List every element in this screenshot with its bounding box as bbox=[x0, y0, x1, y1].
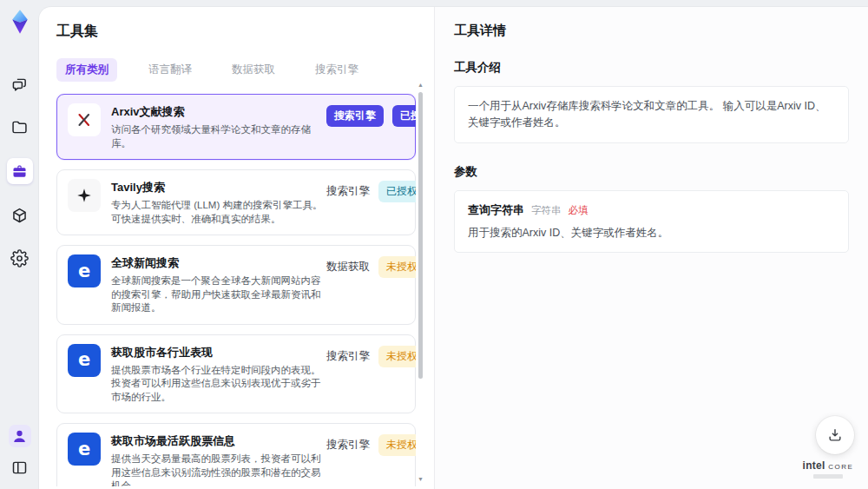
category-label: 搜索引擎 bbox=[326, 434, 370, 456]
tool-card-arxiv[interactable]: Arxiv文献搜索 访问各个研究领域大量科学论文和文章的存储库。 搜索引擎 已授… bbox=[56, 94, 416, 160]
params-heading: 参数 bbox=[454, 164, 849, 180]
status-badge: 未授权 bbox=[378, 346, 416, 367]
tab-data-fetch[interactable]: 数据获取 bbox=[223, 58, 284, 82]
user-icon[interactable] bbox=[9, 425, 31, 447]
nav-rail bbox=[0, 0, 39, 489]
nav-rail-items bbox=[7, 73, 33, 269]
tool-title: Tavily搜索 bbox=[111, 180, 326, 195]
tools-briefcase-icon[interactable] bbox=[7, 158, 33, 184]
category-badge: 搜索引擎 bbox=[326, 105, 384, 127]
folder-icon[interactable] bbox=[9, 116, 31, 138]
news-e-icon: e bbox=[68, 433, 101, 466]
tab-translation[interactable]: 语言翻译 bbox=[140, 58, 201, 82]
app-root: 工具集 所有类别 语言翻译 数据获取 搜索引擎 bbox=[0, 0, 868, 489]
chat-icon[interactable] bbox=[9, 73, 31, 96]
param-type: 字符串 bbox=[531, 204, 562, 217]
intro-text-box: 一个用于从Arxiv存储库搜索科学论文和文章的工具。 输入可以是Arxiv ID… bbox=[454, 86, 849, 143]
scrollbar-thumb[interactable] bbox=[418, 92, 423, 379]
nav-rail-bottom bbox=[9, 425, 31, 479]
details-title: 工具详情 bbox=[454, 23, 849, 39]
tool-desc: 全球新闻搜索是一个聚合全球各大新闻网站内容的搜索引擎，帮助用户快速获取全球最新资… bbox=[111, 274, 326, 315]
brand-intel-text: intel bbox=[803, 459, 825, 472]
scroll-up-icon[interactable]: ▲ bbox=[418, 82, 424, 88]
status-badge: 已授权 bbox=[378, 181, 416, 202]
category-label: 搜索引擎 bbox=[326, 181, 370, 202]
news-e-icon: e bbox=[68, 344, 101, 377]
tool-card-global-news[interactable]: e 全球新闻搜索 全球新闻搜索是一个聚合全球各大新闻网站内容的搜索引擎，帮助用户… bbox=[56, 245, 416, 325]
tool-card-tavily[interactable]: Tavily搜索 专为人工智能代理 (LLM) 构建的搜索引擎工具。可快速提供实… bbox=[56, 169, 416, 235]
sparkle-star-icon bbox=[68, 179, 101, 212]
tool-desc: 专为人工智能代理 (LLM) 构建的搜索引擎工具。可快速提供实时、准确和真实的结… bbox=[111, 199, 326, 226]
download-icon bbox=[826, 426, 844, 444]
page-title: 工具集 bbox=[56, 23, 434, 41]
tool-title: 获取股市各行业表现 bbox=[111, 345, 326, 360]
brand-subtext-bar bbox=[813, 474, 843, 479]
list-scrollbar[interactable]: ▲ ▼ bbox=[418, 82, 424, 482]
app-logo-icon bbox=[7, 9, 33, 35]
param-box: 查询字符串 字符串 必填 用于搜索的Arxiv ID、关键字或作者姓名。 bbox=[454, 190, 849, 253]
category-label: 数据获取 bbox=[326, 256, 370, 278]
intro-text: 一个用于从Arxiv存储库搜索科学论文和文章的工具。 输入可以是Arxiv ID… bbox=[468, 100, 826, 129]
intro-heading: 工具介绍 bbox=[454, 60, 849, 76]
cube-icon[interactable] bbox=[9, 204, 31, 227]
arxiv-x-icon bbox=[68, 103, 101, 136]
tool-title: 全球新闻搜索 bbox=[111, 255, 326, 271]
tool-title: Arxiv文献搜索 bbox=[111, 104, 326, 120]
status-badge: 未授权 bbox=[378, 256, 416, 278]
tab-search-engine[interactable]: 搜索引擎 bbox=[306, 58, 367, 82]
tool-card-sector-performance[interactable]: e 获取股市各行业表现 提供股票市场各个行业在特定时间段内的表现。投资者可以利用… bbox=[56, 334, 416, 414]
category-tabs: 所有类别 语言翻译 数据获取 搜索引擎 bbox=[56, 58, 434, 82]
tool-desc: 访问各个研究领域大量科学论文和文章的存储库。 bbox=[111, 123, 326, 150]
news-e-icon: e bbox=[68, 254, 101, 287]
param-desc: 用于搜索的Arxiv ID、关键字或作者姓名。 bbox=[468, 226, 835, 241]
param-name: 查询字符串 bbox=[468, 202, 524, 218]
status-badge: 已授权 bbox=[392, 105, 416, 127]
tool-card-list: Arxiv文献搜索 访问各个研究领域大量科学论文和文章的存储库。 搜索引擎 已授… bbox=[56, 94, 416, 486]
download-button[interactable] bbox=[816, 416, 854, 454]
tool-title: 获取市场最活跃股票信息 bbox=[111, 433, 326, 449]
tab-all-categories[interactable]: 所有类别 bbox=[56, 58, 117, 82]
tool-desc: 提供股票市场各个行业在特定时间段内的表现。投资者可以利用这些信息来识别表现优于或… bbox=[111, 364, 326, 405]
brand-core-text: core bbox=[828, 459, 853, 472]
main-surface: 工具集 所有类别 语言翻译 数据获取 搜索引擎 bbox=[39, 7, 868, 489]
panel-toggle-icon[interactable] bbox=[9, 456, 31, 479]
status-badge: 未授权 bbox=[378, 434, 416, 456]
settings-gear-icon[interactable] bbox=[9, 247, 31, 269]
category-label: 搜索引擎 bbox=[326, 346, 370, 367]
tool-details-pane: 工具详情 工具介绍 一个用于从Arxiv存储库搜索科学论文和文章的工具。 输入可… bbox=[434, 7, 868, 489]
tool-desc: 提供当天交易量最高的股票列表，投资者可以利用这些信息来识别流动性强的股票和潜在的… bbox=[111, 453, 326, 486]
intel-core-logo: intel core bbox=[800, 459, 856, 479]
scroll-down-icon[interactable]: ▼ bbox=[418, 476, 424, 482]
tool-card-active-stocks[interactable]: e 获取市场最活跃股票信息 提供当天交易量最高的股票列表，投资者可以利用这些信息… bbox=[56, 423, 416, 486]
param-required-badge: 必填 bbox=[569, 204, 589, 217]
tools-list-pane: 工具集 所有类别 语言翻译 数据获取 搜索引擎 bbox=[39, 7, 434, 489]
